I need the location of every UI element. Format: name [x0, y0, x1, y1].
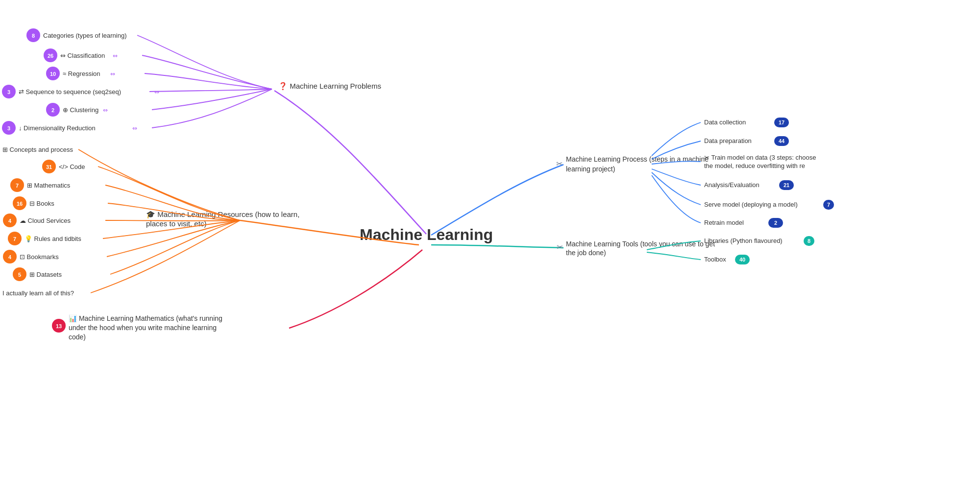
center-title: Machine Learning: [360, 226, 493, 243]
svg-text:2: 2: [51, 107, 54, 113]
svg-text:21: 21: [784, 182, 789, 188]
svg-text:17: 17: [779, 120, 784, 125]
svg-text:⇔: ⇔: [154, 89, 159, 96]
svg-text:Libraries (Python flavoured): Libraries (Python flavoured): [704, 237, 783, 244]
svg-text:26: 26: [48, 53, 53, 59]
svg-text:I actually learn all of this?: I actually learn all of this?: [2, 289, 74, 297]
svg-text:learning project): learning project): [566, 165, 615, 173]
svg-text:code): code): [69, 333, 86, 341]
svg-text:the model, reduce overfitting : the model, reduce overfitting with re: [704, 162, 805, 169]
svg-text:the job done): the job done): [566, 249, 606, 257]
svg-text:Toolbox: Toolbox: [704, 256, 726, 263]
svg-text:3: 3: [7, 125, 10, 131]
svg-text:✂: ✂: [556, 160, 563, 168]
svg-text:⇔ Classification: ⇔ Classification: [60, 52, 105, 59]
svg-text:↓ Dimensionality Reduction: ↓ Dimensionality Reduction: [19, 124, 96, 132]
svg-text:under the hood when you write : under the hood when you write machine le…: [69, 324, 217, 332]
svg-text:7: 7: [13, 236, 16, 242]
svg-text:Serve model (deploying a model: Serve model (deploying a model): [704, 201, 798, 208]
svg-text:7: 7: [16, 183, 19, 189]
svg-text:≈ Regression: ≈ Regression: [63, 70, 100, 77]
svg-text:8: 8: [808, 238, 810, 244]
ml-process-label: Machine Learning Process (steps in a mac…: [566, 155, 709, 163]
svg-text:💡 Rules and tidbits: 💡 Rules and tidbits: [24, 235, 81, 243]
svg-text:8: 8: [32, 33, 35, 39]
svg-text:⇔: ⇔: [103, 107, 108, 114]
svg-text:⊟ Books: ⊟ Books: [29, 200, 54, 207]
svg-text:2: 2: [774, 220, 777, 226]
svg-text:5: 5: [18, 272, 21, 278]
svg-text:</> Code: </> Code: [59, 163, 85, 170]
svg-text:Data preparation: Data preparation: [704, 137, 752, 144]
svg-text:⇄ Sequence to sequence (seq2se: ⇄ Sequence to sequence (seq2seq): [19, 88, 121, 96]
svg-text:13: 13: [56, 323, 62, 329]
svg-text:10: 10: [50, 71, 56, 77]
svg-text:4: 4: [8, 218, 12, 224]
ml-problems-label: ❓ Machine Learning Problems: [278, 82, 381, 91]
svg-text:Retrain model: Retrain model: [704, 219, 744, 226]
svg-text:✂ Train model on data (3 steps: ✂ Train model on data (3 steps: choose: [704, 154, 816, 161]
ml-resources-label: 🎓 Machine Learning Resources (how to lea…: [146, 210, 299, 219]
svg-text:☁ Cloud Services: ☁ Cloud Services: [20, 217, 71, 224]
svg-text:⇔: ⇔: [110, 71, 115, 77]
svg-text:3: 3: [7, 89, 10, 95]
svg-text:⊞ Concepts and process: ⊞ Concepts and process: [2, 146, 73, 153]
svg-text:⊕ Clustering: ⊕ Clustering: [63, 106, 98, 114]
svg-text:40: 40: [739, 257, 745, 263]
svg-text:Data collection: Data collection: [704, 119, 746, 126]
svg-text:16: 16: [17, 201, 23, 207]
svg-text:7: 7: [827, 202, 830, 208]
svg-text:Analysis/Evaluation: Analysis/Evaluation: [704, 181, 760, 189]
svg-text:44: 44: [779, 138, 785, 144]
svg-text:4: 4: [8, 254, 12, 260]
svg-text:✂: ✂: [557, 243, 563, 251]
svg-text:31: 31: [46, 164, 52, 170]
mindmap: Machine Learning ❓ Machine Learning Prob…: [0, 0, 980, 478]
svg-text:⊡ Bookmarks: ⊡ Bookmarks: [20, 253, 59, 261]
svg-text:⇔: ⇔: [113, 52, 118, 59]
svg-text:📊 Machine Learning Mathematic: 📊 Machine Learning Mathematics (what's r…: [69, 314, 222, 323]
svg-text:Categories (types of learning): Categories (types of learning): [43, 32, 127, 39]
svg-text:⊞ Datasets: ⊞ Datasets: [29, 271, 62, 278]
ml-tools-label: Machine Learning Tools (tools you can us…: [566, 240, 715, 248]
svg-text:⇔: ⇔: [132, 125, 137, 132]
svg-text:⊞ Mathematics: ⊞ Mathematics: [27, 182, 71, 189]
